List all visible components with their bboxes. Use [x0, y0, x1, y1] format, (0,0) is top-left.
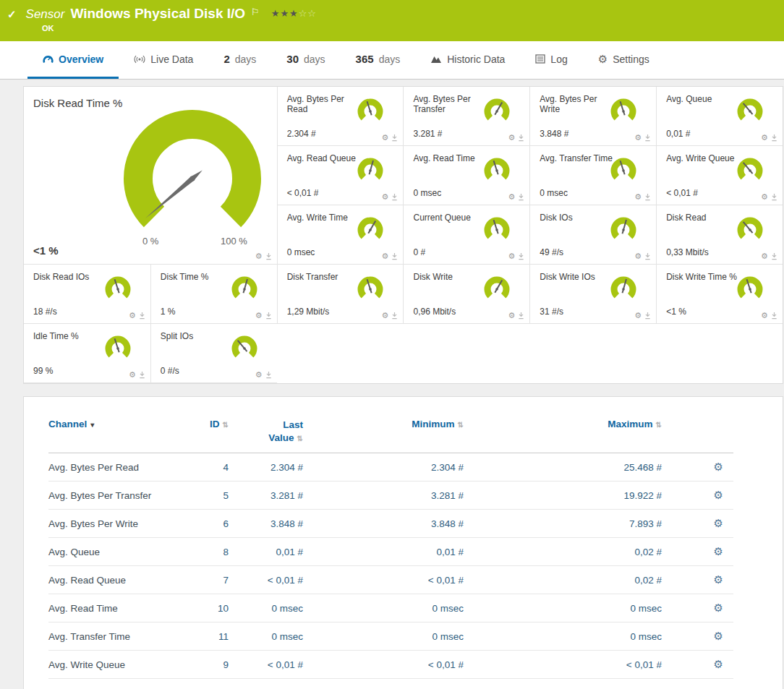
gear-icon[interactable]: ⚙	[634, 193, 642, 201]
tab-2-days[interactable]: 2days	[208, 41, 271, 79]
gauge-tile[interactable]: Idle Time %99 %⚙	[24, 324, 150, 383]
pin-icon[interactable]	[771, 252, 777, 260]
pin-icon[interactable]	[518, 134, 524, 142]
gauge-tile[interactable]: Avg. Read Queue< 0,01 #⚙	[277, 146, 404, 205]
sort-header-minimum[interactable]: Minimum⇅	[303, 416, 464, 453]
gauge-tile[interactable]: Avg. Transfer Time0 msec⚙	[529, 146, 656, 205]
gear-icon[interactable]: ⚙	[508, 312, 515, 320]
gauge-value: 0,33 Mbit/s	[666, 247, 709, 257]
pin-icon[interactable]	[265, 371, 272, 379]
gauge-tile[interactable]: Disk Write0,96 Mbit/s⚙	[403, 265, 529, 324]
pin-icon[interactable]	[391, 193, 398, 201]
pin-icon[interactable]	[139, 371, 145, 379]
gauge-tile[interactable]: Disk Write IOs31 #/s⚙	[529, 265, 656, 324]
channel-settings-gear-icon[interactable]: ⚙	[714, 517, 723, 529]
channel-settings-gear-icon[interactable]: ⚙	[714, 573, 723, 586]
tab-live-data[interactable]: Live Data	[119, 41, 208, 79]
channel-settings-gear-icon[interactable]: ⚙	[714, 602, 723, 614]
stars-empty[interactable]: ☆☆	[299, 8, 317, 19]
gear-icon[interactable]: ⚙	[382, 252, 389, 260]
sort-header-id[interactable]: ID⇅	[175, 416, 229, 453]
pin-icon[interactable]	[391, 134, 398, 142]
gear-icon[interactable]: ⚙	[761, 252, 768, 260]
gauge-tile[interactable]: Avg. Write Queue< 0,01 #⚙	[656, 146, 783, 205]
pin-icon[interactable]	[139, 312, 145, 320]
pin-icon[interactable]	[518, 252, 524, 260]
tab-settings[interactable]: ⚙ Settings	[583, 41, 665, 79]
pin-icon[interactable]	[771, 312, 777, 320]
gear-icon[interactable]: ⚙	[255, 312, 263, 320]
gauge-value: 99 %	[33, 366, 53, 376]
gear-icon[interactable]: ⚙	[634, 312, 642, 320]
pin-icon[interactable]	[644, 134, 651, 142]
gauge-value: 2.304 #	[287, 129, 316, 139]
gauge-label: Avg. Queue	[666, 95, 741, 105]
gauge-tile[interactable]: Disk Read IOs18 #/s⚙	[24, 265, 150, 324]
gear-icon[interactable]: ⚙	[382, 193, 389, 201]
tab-log[interactable]: Log	[520, 41, 582, 79]
channel-settings-gear-icon[interactable]: ⚙	[714, 545, 723, 557]
gauge-tile[interactable]: Avg. Queue0,01 #⚙	[656, 87, 783, 146]
gear-icon[interactable]: ⚙	[129, 312, 136, 320]
channels-panel: Channel▾ ID⇅ LastValue⇅ Minimum⇅ Maximum…	[23, 396, 783, 689]
gauge-value: 3.848 #	[540, 129, 568, 139]
pin-icon[interactable]	[265, 312, 272, 320]
gear-icon[interactable]: ⚙	[761, 134, 768, 142]
gauge-tile[interactable]: Disk Time %1 %⚙	[150, 265, 277, 324]
pin-icon[interactable]	[771, 193, 777, 201]
gear-icon[interactable]: ⚙	[382, 134, 389, 142]
gear-icon[interactable]: ⚙	[508, 134, 515, 142]
gauge-tile[interactable]: Split IOs0 #/s⚙	[150, 324, 277, 383]
channel-settings-gear-icon[interactable]: ⚙	[714, 489, 723, 501]
gear-icon[interactable]: ⚙	[508, 252, 515, 260]
gauge-tile[interactable]: Current Queue0 #⚙	[403, 205, 529, 265]
gear-icon[interactable]: ⚙	[634, 134, 642, 142]
pin-icon[interactable]	[265, 252, 272, 260]
gauge-tile[interactable]: Disk Write Time %<1 %⚙	[656, 265, 783, 324]
pin-icon[interactable]	[644, 193, 651, 201]
gear-icon[interactable]: ⚙	[129, 371, 136, 379]
gauge-value: 0 msec	[540, 188, 568, 198]
gear-icon[interactable]: ⚙	[255, 371, 263, 379]
priority-stars[interactable]: ★★★☆☆	[271, 8, 317, 19]
tab-historic-data[interactable]: Historic Data	[415, 41, 520, 79]
channel-settings-gear-icon[interactable]: ⚙	[714, 630, 723, 642]
gauge-dial-icon	[480, 215, 514, 246]
pin-icon[interactable]	[771, 134, 777, 142]
tab-overview[interactable]: Overview	[27, 41, 119, 79]
channel-name: Avg. Write Queue	[48, 651, 175, 679]
gauge-tile[interactable]: Avg. Write Time0 msec⚙	[277, 205, 404, 265]
gear-icon[interactable]: ⚙	[255, 252, 263, 260]
sort-header-channel[interactable]: Channel▾	[48, 416, 175, 453]
gauge-label: Avg. Bytes Per Transfer	[413, 95, 487, 115]
tab-365-days[interactable]: 365days	[341, 41, 416, 79]
pin-icon[interactable]	[644, 312, 651, 320]
gear-icon[interactable]: ⚙	[634, 252, 642, 260]
pin-icon[interactable]	[391, 312, 398, 320]
sort-header-maximum[interactable]: Maximum⇅	[464, 416, 662, 453]
gauge-tile[interactable]: Avg. Bytes Per Read2.304 #⚙	[277, 87, 404, 146]
gauge-tile[interactable]: Avg. Read Time0 msec⚙	[403, 146, 529, 205]
gauge-tile[interactable]: Disk Read0,33 Mbit/s⚙	[656, 205, 783, 265]
gauge-tile[interactable]: Disk IOs49 #/s⚙	[529, 205, 656, 265]
stars-filled[interactable]: ★★★	[271, 8, 299, 19]
channel-settings-gear-icon[interactable]: ⚙	[714, 658, 723, 670]
primary-gauge-tile[interactable]: Disk Read Time % 0 % 100 % <1 % ⚙	[24, 87, 277, 265]
tab-30-days[interactable]: 30days	[271, 41, 340, 79]
pin-icon[interactable]	[391, 252, 398, 260]
channel-settings-gear-icon[interactable]: ⚙	[714, 461, 723, 473]
gauge-value: <1 %	[666, 307, 686, 317]
gear-icon[interactable]: ⚙	[761, 312, 768, 320]
sort-header-last-value[interactable]: LastValue⇅	[229, 416, 303, 453]
gauge-tile[interactable]: Disk Transfer1,29 Mbit/s⚙	[277, 265, 404, 324]
gauge-label: Split IOs	[161, 332, 235, 342]
gauge-tile[interactable]: Avg. Bytes Per Write3.848 #⚙	[529, 87, 656, 146]
gear-icon[interactable]: ⚙	[761, 193, 768, 201]
pin-icon[interactable]	[518, 312, 524, 320]
gauge-tile[interactable]: Avg. Bytes Per Transfer3.281 #⚙	[403, 87, 529, 146]
pin-icon[interactable]	[644, 252, 651, 260]
pin-icon[interactable]	[518, 193, 524, 201]
gear-icon[interactable]: ⚙	[508, 193, 515, 201]
flag-icon[interactable]: ⚐	[251, 7, 260, 17]
gear-icon[interactable]: ⚙	[382, 312, 389, 320]
